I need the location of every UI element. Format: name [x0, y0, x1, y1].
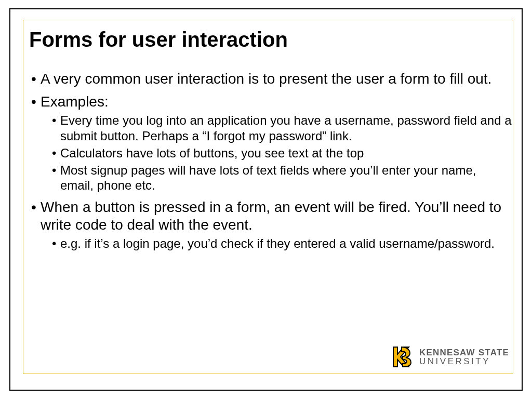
bullet-item: A very common user interaction is to pre…: [29, 70, 512, 88]
slide-content: Forms for user interaction A very common…: [29, 28, 512, 256]
sub-bullet-item: e.g. if it’s a login page, you’d check i…: [41, 236, 512, 251]
slide-title: Forms for user interaction: [29, 28, 512, 70]
university-logo: KENNESAW STATE UNIVERSITY: [390, 344, 509, 370]
sub-bullet-list: e.g. if it’s a login page, you’d check i…: [41, 236, 512, 251]
university-logo-text: KENNESAW STATE UNIVERSITY: [419, 348, 509, 366]
bullet-list: A very common user interaction is to pre…: [29, 70, 512, 251]
sub-bullet-list: Every time you log into an application y…: [41, 113, 512, 193]
bullet-item: Examples: Every time you log into an app…: [29, 93, 512, 193]
ks-logo-icon: [390, 344, 414, 370]
sub-bullet-item: Most signup pages will have lots of text…: [41, 163, 512, 193]
sub-bullet-item: Every time you log into an application y…: [41, 113, 512, 143]
logo-line2: UNIVERSITY: [419, 357, 509, 366]
bullet-item: When a button is pressed in a form, an e…: [29, 198, 512, 251]
sub-bullet-item: Calculators have lots of buttons, you se…: [41, 145, 512, 161]
bullet-text: When a button is pressed in a form, an e…: [41, 199, 501, 233]
logo-line1: KENNESAW STATE: [419, 348, 509, 357]
bullet-text: Examples:: [41, 94, 109, 110]
